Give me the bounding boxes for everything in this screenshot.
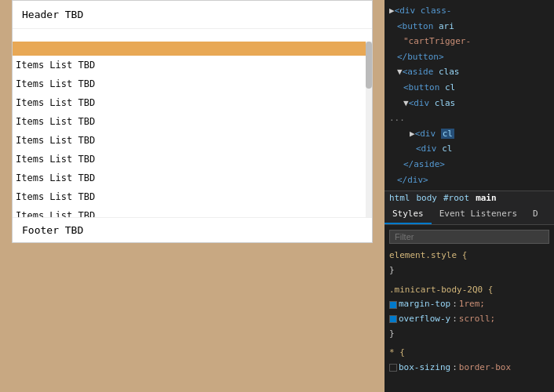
tab-event-listeners[interactable]: Event Listeners	[432, 205, 525, 224]
css-rule-universal: * { box-sizing: border-box	[389, 346, 549, 375]
header-label: Header TBD	[22, 9, 83, 20]
minicart-header: Header TBD	[13, 1, 372, 29]
css-rule-element-style: element.style { }	[389, 249, 549, 278]
css-property-margin-top: margin-top: 1rem;	[389, 297, 549, 312]
list-item: Items List TBD	[13, 112, 372, 131]
breadcrumb-main[interactable]: main	[476, 193, 497, 203]
tab-styles[interactable]: Styles	[385, 205, 432, 224]
element-line[interactable]: "cartTrigger-	[385, 34, 554, 49]
devtools-tabs-bar: Styles Event Listeners D	[385, 205, 554, 225]
element-line[interactable]: </button>	[385, 49, 554, 65]
list-item: Items List TBD	[13, 131, 372, 150]
element-line[interactable]: ▼<aside clas	[385, 64, 554, 80]
breadcrumb-root[interactable]: #root	[443, 193, 469, 203]
minicart-footer: Footer TBD	[13, 217, 372, 242]
list-item: Items List TBD	[13, 206, 372, 217]
list-item: Items List TBD	[13, 93, 372, 112]
property-checkbox-margin-top[interactable]	[389, 301, 397, 309]
devtools-styles-panel: element.style { } .minicart-body-2Q0 { m…	[385, 225, 554, 392]
ellipsis-line: ...	[385, 111, 554, 126]
selected-item-row	[13, 42, 372, 56]
list-item: Items List TBD	[13, 169, 372, 187]
property-checkbox-box-sizing[interactable]	[389, 364, 397, 372]
list-item: Items List TBD	[13, 74, 372, 93]
styles-filter-input[interactable]	[389, 230, 549, 244]
browser-viewport: Header TBD Items List TBD Items List TBD…	[0, 0, 385, 392]
minicart-body[interactable]: Items List TBD Items List TBD Items List…	[13, 42, 372, 217]
tab-extra[interactable]: D	[525, 205, 546, 224]
devtools-breadcrumb: html body #root main	[385, 191, 554, 205]
list-item: Items List TBD	[13, 150, 372, 169]
devtools-panel: ▶<div class- <button ari "cartTrigger- <…	[385, 0, 554, 392]
css-property-overflow-y: overflow-y: scroll;	[389, 312, 549, 327]
element-line[interactable]: <button cl	[385, 80, 554, 96]
property-checkbox-overflow-y[interactable]	[389, 315, 397, 323]
element-line[interactable]: ▶<div cl	[385, 126, 554, 142]
footer-label: Footer TBD	[22, 224, 83, 236]
list-item: Items List TBD	[13, 187, 372, 206]
element-line[interactable]: </aside>	[385, 157, 554, 172]
css-property-box-sizing: box-sizing: border-box	[389, 361, 549, 376]
element-line[interactable]: <div cl	[385, 141, 554, 157]
scrollbar-track[interactable]	[366, 42, 372, 217]
minicart-overlay: Header TBD Items List TBD Items List TBD…	[12, 0, 373, 243]
element-line[interactable]: <button ari	[385, 19, 554, 34]
element-line[interactable]: ▶<div class-	[385, 3, 554, 19]
scrollbar-thumb[interactable]	[366, 42, 372, 89]
list-item: Items List TBD	[13, 56, 372, 74]
element-line[interactable]: </div>	[385, 172, 554, 188]
breadcrumb-body[interactable]: body	[417, 193, 438, 203]
css-rule-minicart-body: .minicart-body-2Q0 { margin-top: 1rem; o…	[389, 283, 549, 342]
devtools-elements-panel: ▶<div class- <button ari "cartTrigger- <…	[385, 0, 554, 191]
element-line[interactable]: ▼<div clas	[385, 96, 554, 111]
breadcrumb-html[interactable]: html	[389, 193, 410, 203]
